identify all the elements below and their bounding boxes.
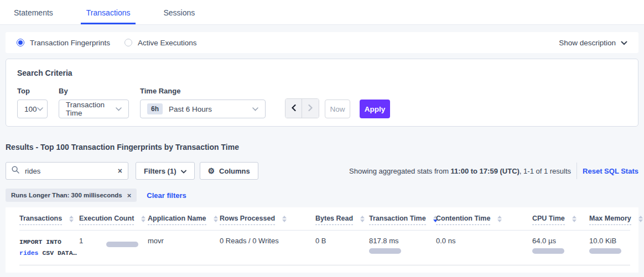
columns-button[interactable]: ⚙ Columns xyxy=(200,162,258,180)
filter-chip-label: Runs Longer Than: 300 milliseconds xyxy=(11,192,122,198)
max-memory-cell: 10.0 KiB xyxy=(589,237,630,259)
column-header-execution-count[interactable]: Execution Count xyxy=(79,215,148,225)
apply-button[interactable]: Apply xyxy=(360,100,390,118)
time-range-nav xyxy=(285,98,319,118)
column-header-bytes-read[interactable]: Bytes Read xyxy=(315,215,369,225)
by-select-value: Transaction Time xyxy=(66,101,116,117)
chevron-down-icon xyxy=(252,107,258,111)
vertical-divider xyxy=(577,163,577,179)
tab-statements[interactable]: Statements xyxy=(8,8,59,24)
show-description-toggle[interactable]: Show description xyxy=(559,39,627,47)
cpu-time-cell: 64.0 µs xyxy=(532,237,589,259)
stats-interval: 11:00 to 17:59 (UTC) xyxy=(451,167,520,175)
column-header-rows-processed[interactable]: Rows Processed xyxy=(220,215,315,225)
search-icon xyxy=(12,166,19,176)
radio-label: Active Executions xyxy=(138,39,197,47)
sort-icon[interactable] xyxy=(360,216,365,222)
search-box[interactable]: × xyxy=(6,162,128,180)
sort-icon[interactable] xyxy=(69,216,74,222)
max-memory-bar xyxy=(589,248,621,254)
radio-transaction-fingerprints[interactable]: Transaction Fingerprints xyxy=(17,39,110,47)
rows-processed-cell: 0 Reads / 0 Writes xyxy=(220,237,315,259)
filters-button-label: Filters (1) xyxy=(144,167,176,175)
column-header-transaction-time[interactable]: Transaction Time xyxy=(369,215,436,225)
sort-icon[interactable] xyxy=(572,216,577,222)
top-select[interactable]: 100 xyxy=(17,100,48,118)
time-range-select[interactable]: 6h Past 6 Hours xyxy=(140,100,266,118)
chevron-down-icon xyxy=(37,107,43,111)
search-criteria-title: Search Criteria xyxy=(17,69,627,77)
sort-icon[interactable] xyxy=(214,216,218,222)
top-select-value: 100 xyxy=(24,105,37,113)
table-header-row: Transactions Execution Count Application… xyxy=(19,207,630,231)
search-input[interactable] xyxy=(24,166,118,176)
time-range-label: Time Range xyxy=(140,87,266,95)
column-header-cpu-time[interactable]: CPU Time xyxy=(532,215,589,225)
search-match-highlight: rides xyxy=(19,249,39,257)
sort-icon[interactable] xyxy=(497,216,502,222)
by-select[interactable]: Transaction Time xyxy=(59,100,129,118)
tab-transactions[interactable]: Transactions xyxy=(81,8,136,24)
time-range-badge: 6h xyxy=(147,103,163,114)
radio-selected-icon[interactable] xyxy=(17,39,24,46)
top-tab-bar: Statements Transactions Sessions xyxy=(0,0,644,25)
radio-unselected-icon[interactable] xyxy=(124,39,132,46)
table-row: IMPORT INTO rides CSV DATA… 1 movr 0 Rea… xyxy=(19,231,630,265)
column-header-max-memory[interactable]: Max Memory xyxy=(589,215,643,225)
results-controls-row: × Filters (1) ⚙ Columns Showing aggregat… xyxy=(6,162,638,180)
clear-filters-link[interactable]: Clear filters xyxy=(147,191,186,200)
sort-icon[interactable] xyxy=(141,216,146,222)
contention-time-cell: 0.0 ns xyxy=(436,237,532,259)
time-range-field: Time Range 6h Past 6 Hours xyxy=(140,87,266,118)
filter-chips-row: Runs Longer Than: 300 milliseconds × Cle… xyxy=(6,189,644,202)
view-toggle-bar: Transaction Fingerprints Active Executio… xyxy=(6,32,638,53)
search-criteria-panel: Search Criteria Top 100 By Transaction T… xyxy=(6,59,638,127)
gear-icon: ⚙ xyxy=(208,167,215,175)
top-label: Top xyxy=(17,87,48,95)
chevron-down-icon xyxy=(181,167,186,175)
top-field: Top 100 xyxy=(17,87,48,118)
execution-count-cell: 1 xyxy=(79,237,148,259)
results-table: Transactions Execution Count Application… xyxy=(6,207,638,273)
cpu-time-bar xyxy=(532,248,564,254)
show-description-label: Show description xyxy=(559,39,616,47)
column-header-application-name[interactable]: Application Name xyxy=(148,215,220,225)
chevron-left-icon xyxy=(292,104,296,113)
search-clear-icon[interactable]: × xyxy=(118,167,122,175)
transaction-time-bar xyxy=(369,248,401,254)
results-heading: Results - Top 100 Transaction Fingerprin… xyxy=(6,143,644,151)
aggregated-stats-text: Showing aggregated stats from 11:00 to 1… xyxy=(349,167,571,175)
radio-active-executions[interactable]: Active Executions xyxy=(124,39,197,47)
time-next-button[interactable] xyxy=(302,99,319,118)
sort-icon[interactable] xyxy=(282,216,287,222)
chevron-down-icon xyxy=(116,107,122,111)
by-field: By Transaction Time xyxy=(59,87,129,118)
time-range-value: Past 6 Hours xyxy=(169,105,212,113)
execution-count-bar xyxy=(106,242,138,247)
sort-icon[interactable] xyxy=(638,216,643,222)
filter-chip-runs-longer-than[interactable]: Runs Longer Than: 300 milliseconds × xyxy=(6,189,137,202)
column-header-contention-time[interactable]: Contention Time xyxy=(436,215,532,225)
transaction-time-cell: 817.8 ms xyxy=(369,237,436,259)
chevron-right-icon xyxy=(308,104,313,113)
columns-button-label: Columns xyxy=(219,167,250,175)
radio-label: Transaction Fingerprints xyxy=(30,39,110,47)
now-button[interactable]: Now xyxy=(325,100,350,118)
time-prev-button[interactable] xyxy=(285,99,302,118)
application-name-cell: movr xyxy=(148,237,220,259)
bytes-read-cell: 0 B xyxy=(315,237,369,259)
chevron-down-icon xyxy=(621,39,627,47)
by-label: By xyxy=(59,87,129,95)
reset-sql-stats-link[interactable]: Reset SQL Stats xyxy=(583,167,638,175)
filters-button[interactable]: Filters (1) xyxy=(136,162,195,180)
tab-sessions[interactable]: Sessions xyxy=(158,8,200,24)
transaction-fingerprint-link[interactable]: IMPORT INTO rides CSV DATA… xyxy=(19,237,79,259)
column-header-transactions[interactable]: Transactions xyxy=(19,215,79,225)
chip-close-icon[interactable]: × xyxy=(127,192,132,199)
